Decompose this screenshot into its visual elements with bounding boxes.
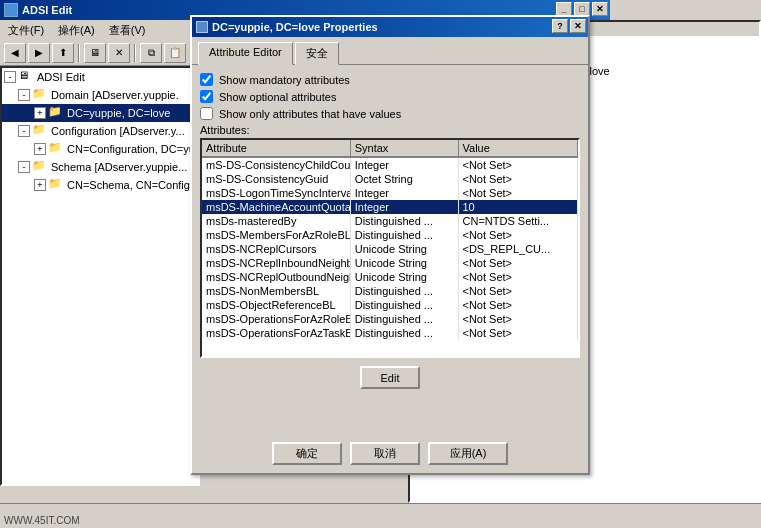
- tree-dc-icon: 📁: [48, 105, 64, 121]
- table-row[interactable]: msDS-NCReplCursorsUnicode String<DS_REPL…: [202, 242, 578, 256]
- tree-schema[interactable]: - 📁 Schema [ADserver.yuppie...: [2, 158, 198, 176]
- cell-value: <Not Set>: [458, 270, 578, 284]
- col-header-syntax[interactable]: Syntax: [350, 140, 458, 157]
- table-row[interactable]: msDS-ObjectReferenceBLDistinguished ...<…: [202, 298, 578, 312]
- menu-file[interactable]: 文件(F): [2, 21, 50, 40]
- tree-cn-schema-label: CN=Schema, CN=Configura: [67, 179, 200, 191]
- checkbox-hasvalues[interactable]: [200, 107, 213, 120]
- dialog-close-button[interactable]: ✕: [570, 19, 586, 33]
- tree-cn-config-label: CN=Configuration, DC=yu: [67, 143, 195, 155]
- maximize-button[interactable]: □: [574, 2, 590, 16]
- cell-attribute: mS-DS-ConsistencyChildCount: [202, 157, 350, 172]
- cell-attribute: msDS-OperationsForAzRoleBL: [202, 312, 350, 326]
- tree-dc-yuppie[interactable]: + 📁 DC=yuppie, DC=love: [2, 104, 198, 122]
- cell-value: <Not Set>: [458, 172, 578, 186]
- cell-value: CN=NTDS Setti...: [458, 214, 578, 228]
- tree-domain-label: Domain [ADserver.yuppie.: [51, 89, 179, 101]
- attributes-table: Attribute Syntax Value mS-DS-Consistency…: [202, 140, 578, 340]
- tree-config-expand[interactable]: -: [18, 125, 30, 137]
- toolbar-sep-2: [134, 44, 136, 62]
- tree-config[interactable]: - 📁 Configuration [ADserver.y...: [2, 122, 198, 140]
- cell-attribute: msDS-LogonTimeSyncInterval: [202, 186, 350, 200]
- title-buttons: _ □ ✕: [556, 2, 608, 16]
- checkbox-optional-row: Show optional attributes: [200, 90, 580, 103]
- cell-value: 10: [458, 200, 578, 214]
- tree-domain[interactable]: - 📁 Domain [ADserver.yuppie.: [2, 86, 198, 104]
- cancel-button[interactable]: 取消: [350, 442, 420, 465]
- tree-dc-label: DC=yuppie, DC=love: [67, 107, 170, 119]
- tab-attribute-editor[interactable]: Attribute Editor: [198, 42, 293, 65]
- table-scroll[interactable]: Attribute Syntax Value mS-DS-Consistency…: [202, 140, 578, 358]
- cell-attribute: msDs-masteredBy: [202, 214, 350, 228]
- cell-syntax: Unicode String: [350, 270, 458, 284]
- cell-attribute: msDS-NonMembersBL: [202, 284, 350, 298]
- dialog-icon: [196, 21, 208, 33]
- properties-dialog: DC=yuppie, DC=love Properties ? ✕ Attrib…: [190, 15, 590, 475]
- dialog-buttons: 确定 取消 应用(A): [192, 434, 588, 473]
- cell-value: <Not Set>: [458, 298, 578, 312]
- app-title: ADSI Edit: [22, 4, 72, 16]
- cell-syntax: Distinguished ...: [350, 326, 458, 340]
- cell-value: <Not Set>: [458, 186, 578, 200]
- table-row[interactable]: msDS-OperationsForAzRoleBLDistinguished …: [202, 312, 578, 326]
- cell-value: <DS_REPL_CU...: [458, 242, 578, 256]
- tab-strip: Attribute Editor 安全: [192, 37, 588, 64]
- minimize-button[interactable]: _: [556, 2, 572, 16]
- checkbox-optional[interactable]: [200, 90, 213, 103]
- tree-cn-schema-icon: 📁: [48, 177, 64, 193]
- copy-button[interactable]: ⧉: [140, 43, 162, 63]
- tree-cn-config-icon: 📁: [48, 141, 64, 157]
- table-row[interactable]: msDS-MachineAccountQuotaInteger10: [202, 200, 578, 214]
- tree-dc-yuppie-expand[interactable]: +: [34, 107, 46, 119]
- tree-root-expand[interactable]: -: [4, 71, 16, 83]
- checkbox-mandatory[interactable]: [200, 73, 213, 86]
- table-row[interactable]: mS-DS-ConsistencyGuidOctet String<Not Se…: [202, 172, 578, 186]
- tree-domain-expand[interactable]: -: [18, 89, 30, 101]
- cell-syntax: Distinguished ...: [350, 228, 458, 242]
- table-row[interactable]: msDS-OperationsForAzTaskBLDistinguished …: [202, 326, 578, 340]
- menu-action[interactable]: 操作(A): [52, 21, 101, 40]
- col-header-value[interactable]: Value: [458, 140, 578, 157]
- up-button[interactable]: ⬆: [52, 43, 74, 63]
- edit-button[interactable]: Edit: [360, 366, 420, 389]
- cell-attribute: msDS-MembersForAzRoleBL: [202, 228, 350, 242]
- col-header-attribute[interactable]: Attribute: [202, 140, 350, 157]
- cell-syntax: Distinguished ...: [350, 214, 458, 228]
- tab-security[interactable]: 安全: [295, 42, 339, 65]
- cell-value: <Not Set>: [458, 157, 578, 172]
- paste-button[interactable]: 📋: [164, 43, 186, 63]
- tree-root[interactable]: - 🖥 ADSI Edit: [2, 68, 198, 86]
- cell-attribute: msDS-OperationsForAzTaskBL: [202, 326, 350, 340]
- table-row[interactable]: msDS-NCReplOutboundNeigh...Unicode Strin…: [202, 270, 578, 284]
- forward-button[interactable]: ▶: [28, 43, 50, 63]
- computer-button[interactable]: 🖥: [84, 43, 106, 63]
- tab-content: Show mandatory attributes Show optional …: [192, 64, 588, 405]
- tree-panel[interactable]: - 🖥 ADSI Edit - 📁 Domain [ADserver.yuppi…: [0, 66, 200, 486]
- delete-button[interactable]: ✕: [108, 43, 130, 63]
- cell-syntax: Distinguished ...: [350, 284, 458, 298]
- table-row[interactable]: msDS-NCReplInboundNeighborsUnicode Strin…: [202, 256, 578, 270]
- tree-cn-schema-expand[interactable]: +: [34, 179, 46, 191]
- table-row[interactable]: mS-DS-ConsistencyChildCountInteger<Not S…: [202, 157, 578, 172]
- watermark: WWW.45IT.COM: [4, 515, 80, 526]
- apply-button[interactable]: 应用(A): [428, 442, 508, 465]
- close-button[interactable]: ✕: [592, 2, 608, 16]
- table-row[interactable]: msDs-masteredByDistinguished ...CN=NTDS …: [202, 214, 578, 228]
- tree-cn-config[interactable]: + 📁 CN=Configuration, DC=yu: [2, 140, 198, 158]
- dialog-help-button[interactable]: ?: [552, 19, 568, 33]
- tree-config-label: Configuration [ADserver.y...: [51, 125, 185, 137]
- tree-schema-expand[interactable]: -: [18, 161, 30, 173]
- attributes-table-container[interactable]: Attribute Syntax Value mS-DS-Consistency…: [200, 138, 580, 358]
- back-button[interactable]: ◀: [4, 43, 26, 63]
- table-row[interactable]: msDS-NonMembersBLDistinguished ...<Not S…: [202, 284, 578, 298]
- cell-value: <Not Set>: [458, 228, 578, 242]
- tree-cn-schema[interactable]: + 📁 CN=Schema, CN=Configura: [2, 176, 198, 194]
- menu-view[interactable]: 查看(V): [103, 21, 152, 40]
- table-row[interactable]: msDS-MembersForAzRoleBLDistinguished ...…: [202, 228, 578, 242]
- table-row[interactable]: msDS-LogonTimeSyncIntervalInteger<Not Se…: [202, 186, 578, 200]
- cell-value: <Not Set>: [458, 256, 578, 270]
- cell-attribute: mS-DS-ConsistencyGuid: [202, 172, 350, 186]
- ok-button[interactable]: 确定: [272, 442, 342, 465]
- tree-cn-config-expand[interactable]: +: [34, 143, 46, 155]
- cell-value: <Not Set>: [458, 284, 578, 298]
